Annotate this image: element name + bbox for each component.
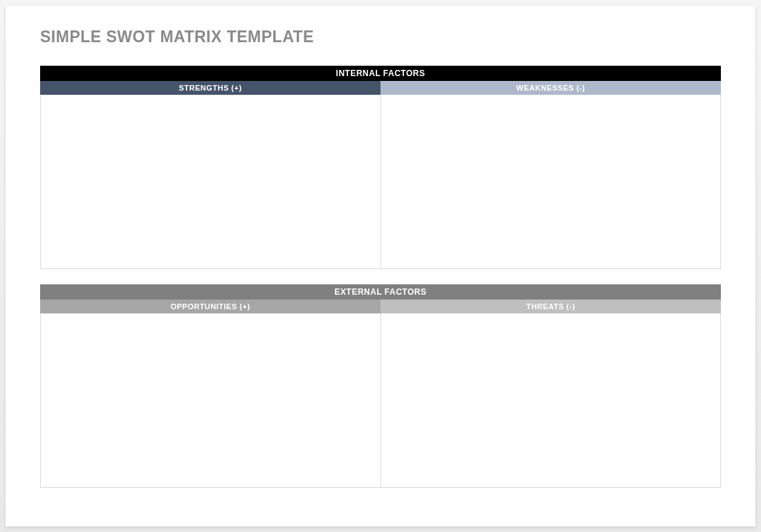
page-title: SIMPLE SWOT MATRIX TEMPLATE [40, 28, 721, 46]
external-header: EXTERNAL FACTORS [40, 284, 721, 300]
weaknesses-cell[interactable] [380, 95, 722, 269]
internal-columns-headers: STRENGTHS (+) WEAKNESSES (-) [40, 81, 721, 95]
opportunities-cell[interactable] [40, 313, 380, 488]
document-page: SIMPLE SWOT MATRIX TEMPLATE INTERNAL FAC… [6, 6, 755, 526]
weaknesses-header: WEAKNESSES (-) [380, 81, 721, 95]
external-factors-section: EXTERNAL FACTORS OPPORTUNITIES (+) THREA… [40, 284, 721, 488]
strengths-header: STRENGTHS (+) [40, 81, 380, 95]
internal-factors-section: INTERNAL FACTORS STRENGTHS (+) WEAKNESSE… [40, 66, 721, 269]
internal-cells [40, 95, 721, 269]
threats-header: THREATS (-) [380, 300, 721, 313]
internal-header: INTERNAL FACTORS [40, 66, 721, 81]
strengths-cell[interactable] [40, 95, 380, 269]
opportunities-header: OPPORTUNITIES (+) [40, 300, 380, 313]
external-columns-headers: OPPORTUNITIES (+) THREATS (-) [40, 300, 721, 313]
threats-cell[interactable] [380, 313, 722, 488]
external-cells [40, 313, 721, 488]
